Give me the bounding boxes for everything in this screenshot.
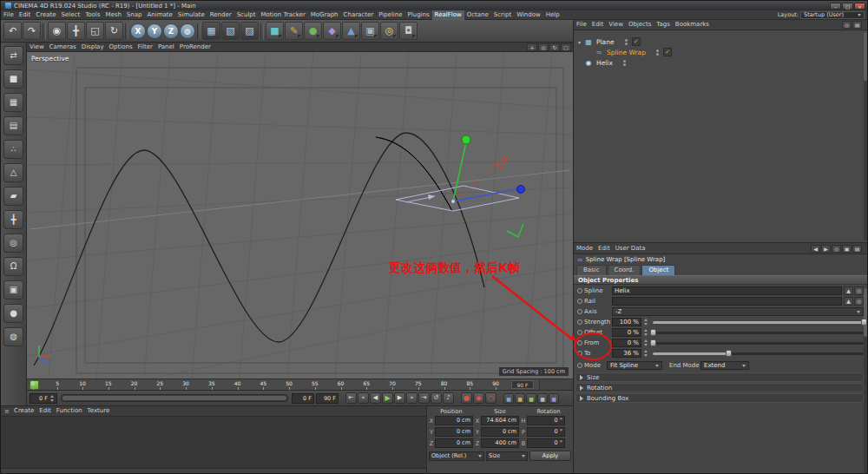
y-axis-lock-button[interactable]: Y [147,23,162,39]
menu-item[interactable]: Script [491,10,514,20]
add-generator-button[interactable]: ● [304,22,322,40]
rail-link-field[interactable] [612,297,842,306]
visibility-dots[interactable] [654,49,661,56]
timeline-tick[interactable]: 5 [55,380,60,387]
range-end-field[interactable]: 90 F [316,393,339,404]
menu-item[interactable]: View [27,43,47,52]
quantize-icon[interactable]: ● [3,304,23,323]
spinner[interactable] [643,349,648,358]
rotation-field[interactable]: 0 ° [527,427,565,437]
keyframe-dot[interactable] [576,340,582,346]
strength-slider[interactable] [653,319,864,326]
enable-axis-icon[interactable]: ╋ [3,210,23,229]
attr-lock-icon[interactable]: ▣ [842,245,852,253]
timeline-tick[interactable]: 85 [466,380,473,387]
menu-item[interactable]: Edit [595,244,613,253]
menu-item[interactable]: MoGraph [308,10,341,20]
toolbar-separator[interactable] [260,23,264,39]
menu-item[interactable]: File [574,20,589,30]
toolbar-separator[interactable] [43,23,46,39]
spinner[interactable] [643,328,648,337]
position-field[interactable]: 0 cm [435,427,473,437]
menu-item[interactable]: Cameras [47,43,79,52]
offset-field[interactable]: 0 % [612,328,641,337]
rotate-view-icon[interactable]: ↻ [549,43,560,51]
scale-tool-icon[interactable]: ◱ [86,22,104,40]
group-size[interactable]: Size [575,372,864,382]
timeline-tick[interactable]: 15 [105,380,112,387]
timeline-tick[interactable]: 35 [208,380,215,387]
menu-item[interactable]: Edit [36,406,54,416]
play-button[interactable]: ▶ [382,392,393,404]
timeline-tick[interactable]: 45 [260,380,266,387]
attr-search-icon[interactable]: ◎ [832,245,841,253]
link-picker-button[interactable]: ▲ [844,297,853,306]
size-field[interactable]: 400 cm [481,438,519,448]
position-field[interactable]: 0 cm [435,416,473,425]
menu-item[interactable]: Sculpt [234,10,259,20]
strength-field[interactable]: 100 % [612,318,641,326]
timeline-tick[interactable]: 10 [79,380,86,387]
slider-knob[interactable] [726,350,732,357]
tab-basic[interactable]: Basic [576,265,607,275]
render-picture-viewer-button[interactable]: ▧ [221,22,240,40]
timeline-tick[interactable]: 75 [415,380,422,387]
next-frame-button[interactable]: ▶ [394,392,405,404]
menu-item[interactable]: Edit [589,20,607,30]
menu-item[interactable]: View [606,20,626,30]
from-slider[interactable] [653,339,864,346]
add-spline-button[interactable]: ✎ [285,22,303,40]
menu-item[interactable]: Options [107,43,135,52]
slider-knob[interactable] [650,339,656,346]
mode-select[interactable]: Fit Spline [607,361,662,370]
snap-icon[interactable]: Ω [3,257,23,276]
timeline-tick[interactable]: 30 [182,380,189,387]
material-list-area[interactable] [1,417,426,469]
expand-toggle[interactable]: ▾ [576,39,582,45]
menu-item[interactable]: ProRender [177,43,214,52]
z-axis-lock-button[interactable]: Z [163,23,179,39]
group-bounding-box[interactable]: Bounding Box [575,393,864,403]
goto-end-button[interactable]: ⇥ [418,392,430,404]
size-field[interactable]: 0 cm [481,427,519,437]
rotation-field[interactable]: 0 ° [527,416,565,425]
modeling-settings-icon[interactable]: ◍ [3,327,23,346]
keyframe-dot[interactable] [576,309,582,314]
position-field[interactable]: 0 cm [435,438,473,448]
to-slider[interactable] [653,350,864,357]
menu-item[interactable]: RealFlow [432,10,464,20]
menu-item[interactable]: Edit [16,10,34,20]
timeline-tick[interactable]: 90 [492,380,499,387]
section-header[interactable]: Object Properties [574,275,868,285]
coordinate-system-button[interactable]: ◍ [180,23,195,39]
add-light-button[interactable]: ◎ [380,22,398,40]
tag-icon[interactable]: ✓ [663,48,672,56]
zoom-view-icon[interactable]: ◎ [538,43,549,51]
key-rotation-toggle[interactable]: ■ [526,393,536,404]
menu-item[interactable]: Display [79,43,107,52]
spline-link-field[interactable]: Helix [612,286,842,295]
spinner[interactable] [643,318,648,326]
menu-item[interactable]: Tags [654,20,673,30]
spline-wrap-cage[interactable] [396,186,519,211]
link-menu-button[interactable]: ◎ [854,286,864,295]
close-button[interactable]: × [854,3,865,10]
render-view-button[interactable]: ▦ [202,22,220,40]
menu-item[interactable]: Tools [82,10,102,20]
menu-item[interactable]: Panel [155,43,177,52]
maximize-view-icon[interactable]: ▢ [561,43,571,51]
burger-menu-icon[interactable]: ≡ [3,408,11,415]
menu-item[interactable]: Snap [124,10,145,20]
menu-item[interactable]: Motion Tracker [259,10,308,20]
key-parameter-toggle[interactable]: ■ [537,393,548,404]
object-name[interactable]: Plane [595,38,616,46]
add-camera-button[interactable]: ▣ [361,22,379,40]
locking-icon[interactable]: ▣ [3,280,23,300]
size-mode-select[interactable]: Size [486,451,528,461]
sound-button[interactable]: ♪ [443,392,454,404]
tab-object[interactable]: Object [641,265,675,275]
record-keyframe-button[interactable]: ● [461,392,472,404]
keyframe-selection-button[interactable]: ○ [485,392,496,404]
add-environment-button[interactable]: ▲ [342,22,360,40]
spline-end-handle[interactable] [507,224,523,237]
